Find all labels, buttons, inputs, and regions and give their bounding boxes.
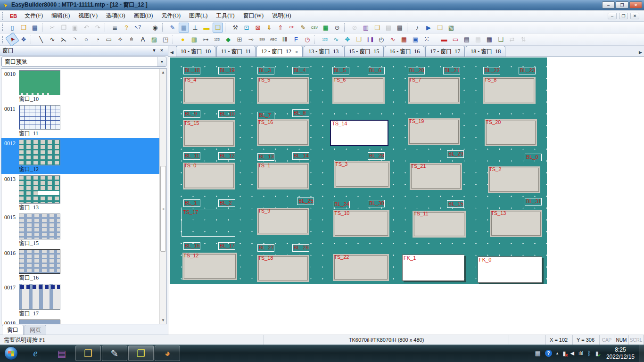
taskbar-winrar[interactable]: ▤ bbox=[49, 346, 74, 361]
canvas-object-TS_1[interactable]: TS_1 bbox=[257, 163, 309, 189]
function-key-icon[interactable]: ⊸ bbox=[246, 34, 256, 44]
picture-view-icon[interactable]: ▣ bbox=[410, 34, 421, 44]
context-help-icon[interactable]: ↖? bbox=[132, 23, 143, 33]
draw-polyline-icon[interactable]: ⋋ bbox=[58, 34, 69, 44]
canvas-object-TS_17[interactable]: TS_17 bbox=[182, 209, 235, 237]
tab-scroll-left-icon[interactable]: ◀ bbox=[169, 48, 175, 57]
canvas-object-TS_19[interactable]: TS_19 bbox=[408, 118, 460, 145]
canvas-object-BL_15[interactable]: BL_15 bbox=[447, 200, 464, 208]
print-icon[interactable]: ≣ bbox=[110, 23, 120, 33]
canvas-object-TS_16[interactable]: TS_16 bbox=[257, 119, 309, 146]
canvas-object-BL_31[interactable]: BL_31 bbox=[525, 198, 542, 206]
window-list-icon[interactable]: ▤ bbox=[395, 23, 405, 33]
tag-library-icon[interactable]: ❑ bbox=[435, 23, 445, 33]
canvas-object-BL_14[interactable]: BL_14 bbox=[292, 152, 309, 160]
tab-window[interactable]: 窗口 bbox=[2, 325, 24, 335]
draw-scale-icon[interactable]: ılı bbox=[126, 34, 137, 44]
direct-window-icon[interactable]: F bbox=[291, 34, 301, 44]
set-word-icon[interactable]: 123 bbox=[212, 34, 222, 44]
canvas-object-BL_21[interactable]: BL_21 bbox=[443, 67, 460, 74]
tab-scroll-right-icon[interactable]: ▶ bbox=[637, 48, 644, 57]
canvas-object-BL_17[interactable]: BL_17 bbox=[218, 242, 235, 250]
window-thumbnail-0012[interactable] bbox=[19, 140, 60, 165]
draw-arc-icon[interactable]: ◝ bbox=[70, 34, 80, 44]
scrollbar[interactable]: ▲ ≡ ▼ bbox=[159, 69, 166, 324]
sound-library-icon[interactable]: ♪ bbox=[412, 23, 422, 33]
canvas-object-BL_12[interactable]: BL_12 bbox=[218, 152, 235, 160]
canvas-object-TS_3[interactable]: TS_3 bbox=[334, 161, 390, 188]
draw-panel-icon[interactable]: ◳ bbox=[160, 34, 171, 44]
canvas-object-TS_9[interactable]: TS_9 bbox=[257, 208, 309, 235]
flow-block-icon[interactable]: ❒ bbox=[354, 34, 364, 44]
trend-display-icon[interactable]: ∿ bbox=[388, 34, 398, 44]
menu-item-说明(H)[interactable]: 说明(H) bbox=[268, 10, 296, 21]
multi-state-switch-icon[interactable]: ⊞ bbox=[234, 34, 245, 44]
set-bit-icon[interactable]: ⊶ bbox=[200, 34, 211, 44]
canvas-object-TS_12[interactable]: TS_12 bbox=[182, 253, 237, 280]
draw-text-icon[interactable]: A bbox=[138, 34, 148, 44]
tab-16 - 窗口_16[interactable]: 16 - 窗口_16 bbox=[385, 46, 424, 57]
scroll-up-icon[interactable]: ▲ bbox=[160, 69, 166, 76]
canvas-object-TS_13[interactable]: TS_13 bbox=[490, 210, 542, 237]
window-color-icon[interactable]: ▬ bbox=[201, 23, 212, 33]
canvas-object-TS_2[interactable]: TS_2 bbox=[488, 166, 540, 193]
snap-align-icon[interactable]: ⊥ bbox=[190, 23, 200, 33]
draw-polygon-icon[interactable]: ✧ bbox=[115, 34, 125, 44]
design-canvas[interactable]: BL_18BL_19BL_3BL_4BL_5BL_6BL_20BL_21BL_2… bbox=[170, 58, 547, 284]
canvas-object-TS_21[interactable]: TS_21 bbox=[410, 163, 462, 190]
alarm-display-icon[interactable]: ▭ bbox=[450, 34, 461, 44]
canvas-object-BL_4[interactable]: BL_4 bbox=[292, 67, 309, 74]
window-list-item-0011[interactable]: 0011窗口_11 bbox=[1, 104, 159, 138]
show-desktop-button[interactable] bbox=[639, 345, 644, 362]
draw-line-icon[interactable]: ╲ bbox=[36, 34, 46, 44]
canvas-object-BL_11[interactable]: BL_11 bbox=[183, 152, 200, 160]
panel-collapse-icon[interactable]: ▼ bbox=[150, 47, 158, 54]
online-simulation-icon[interactable]: ⊠ bbox=[253, 23, 263, 33]
new-file-icon[interactable]: ▯ bbox=[7, 23, 17, 33]
save-file-icon[interactable]: ▤ bbox=[30, 23, 40, 33]
canvas-object-BL_29[interactable]: BL_29 bbox=[447, 150, 464, 158]
minimize-button[interactable]: – bbox=[602, 1, 615, 8]
scrollbar-thumb[interactable]: ≡ bbox=[160, 166, 166, 252]
tab-17 - 窗口_17[interactable]: 17 - 窗口_17 bbox=[425, 46, 465, 57]
canvas-object-BL_28[interactable]: BL_28 bbox=[368, 152, 385, 160]
event-display-icon[interactable]: ▤ bbox=[462, 34, 472, 44]
insert-picture-icon[interactable]: ▨ bbox=[149, 34, 159, 44]
toggle-switch-icon[interactable]: ◆ bbox=[223, 34, 233, 44]
canvas-object-TS_8[interactable]: TS_8 bbox=[483, 77, 536, 104]
restore-button[interactable]: ❐ bbox=[616, 1, 628, 8]
taskbar-explorer[interactable]: ❒ bbox=[75, 346, 101, 361]
tray-help[interactable]: ? bbox=[545, 350, 552, 357]
canvas-object-BL_1[interactable]: BL_1 bbox=[183, 199, 200, 207]
canvas-object-BL_10[interactable]: BL_10 bbox=[218, 110, 235, 118]
window-thumbnail-0011[interactable] bbox=[19, 105, 60, 130]
window-list-item-0018[interactable]: 0018 bbox=[1, 318, 159, 324]
tray-network[interactable]: ılıl bbox=[578, 351, 583, 356]
open-file-icon[interactable]: ❒ bbox=[18, 23, 29, 33]
select-tool-icon[interactable]: ➤ bbox=[5, 32, 19, 46]
draw-rectangle-icon[interactable]: ▭ bbox=[104, 34, 114, 44]
download-icon[interactable]: ⇓ bbox=[264, 23, 274, 33]
window-thumbnail-0010[interactable] bbox=[19, 70, 60, 95]
ascii-object-icon[interactable]: ABC bbox=[268, 34, 279, 44]
tray-battery[interactable]: ▮✘ bbox=[562, 350, 566, 356]
moving-shape-icon[interactable]: 123 bbox=[320, 34, 330, 44]
window-list-item-0010[interactable]: 0010窗口_10 bbox=[1, 69, 159, 104]
window-thumbnail-0017[interactable] bbox=[19, 284, 60, 310]
macro-editor-icon[interactable]: ✎ bbox=[298, 23, 308, 33]
window-thumbnail-0015[interactable] bbox=[19, 214, 60, 239]
menu-item-窗口(W)[interactable]: 窗口(W) bbox=[239, 10, 268, 21]
animation-object-icon[interactable]: ∿ bbox=[331, 34, 341, 44]
canvas-object-BL_23[interactable]: BL_23 bbox=[519, 67, 536, 74]
canvas-object-TS_14[interactable]: TS_14 bbox=[330, 120, 388, 146]
csv-export-icon[interactable]: CSV bbox=[309, 23, 320, 33]
backup-object-icon[interactable]: ❏ bbox=[495, 34, 506, 44]
tab-18 - 窗口_18[interactable]: 18 - 窗口_18 bbox=[466, 46, 505, 57]
window-preview-dropdown[interactable]: 窗口预览 ▼ bbox=[1, 57, 166, 67]
canvas-object-TS_7[interactable]: TS_7 bbox=[408, 77, 460, 104]
bit-lamp-icon[interactable]: ● bbox=[178, 34, 188, 44]
tab-12 - 窗口_12[interactable]: 12 - 窗口_12× bbox=[256, 46, 303, 57]
tab-11 - 窗口_11[interactable]: 11 - 窗口_11 bbox=[216, 46, 256, 57]
about-icon[interactable]: ? bbox=[121, 23, 132, 33]
close-button[interactable]: ✕ bbox=[629, 1, 642, 8]
